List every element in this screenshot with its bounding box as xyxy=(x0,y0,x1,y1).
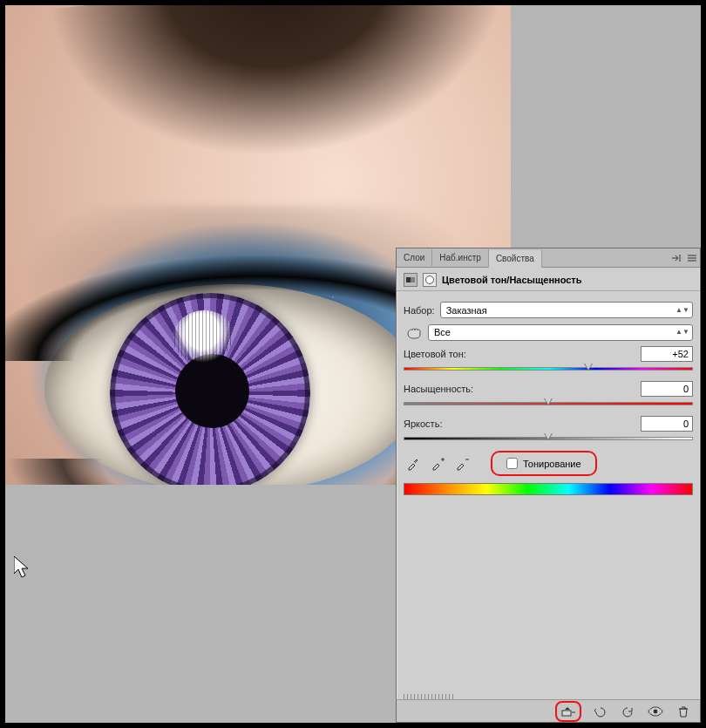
panel-menu-icon[interactable] xyxy=(684,250,700,266)
eyedropper-minus-icon[interactable] xyxy=(452,455,472,473)
lightness-slider[interactable] xyxy=(404,433,693,444)
svg-rect-2 xyxy=(406,277,411,282)
visibility-icon[interactable] xyxy=(646,703,665,720)
updown-icon: ▲▼ xyxy=(678,308,687,313)
saturation-value[interactable] xyxy=(641,381,693,397)
colorize-label: Тонирование xyxy=(523,459,581,469)
tab-layers[interactable]: Слои xyxy=(397,249,432,266)
reset-icon[interactable] xyxy=(618,703,637,720)
panel-title: Цветовой тон/Насыщенность xyxy=(442,275,582,285)
color-range-strip[interactable] xyxy=(404,483,693,495)
clip-callout xyxy=(555,701,581,722)
preset-value: Заказная xyxy=(446,305,487,316)
workspace-empty-area xyxy=(511,5,701,248)
channel-value: Все xyxy=(434,327,451,337)
updown-icon: ▲▼ xyxy=(678,330,687,335)
colorize-callout: Тонирование xyxy=(491,451,597,476)
eyedropper-icon[interactable] xyxy=(404,455,423,473)
tab-properties[interactable]: Свойства xyxy=(489,250,542,268)
svg-rect-4 xyxy=(562,711,571,716)
eyedropper-plus-icon[interactable] xyxy=(428,455,447,473)
mask-icon[interactable] xyxy=(423,273,437,287)
hue-value[interactable] xyxy=(641,346,693,362)
tab-tool-presets[interactable]: Наб.инстр xyxy=(432,249,489,266)
colorize-checkbox[interactable]: Тонирование xyxy=(499,454,588,473)
hue-label: Цветовой тон: xyxy=(404,349,466,359)
clip-to-layer-icon[interactable] xyxy=(559,703,578,720)
saturation-slider[interactable] xyxy=(404,398,693,409)
hand-scrubby-icon[interactable] xyxy=(404,323,423,341)
collapse-icon[interactable] xyxy=(669,250,684,266)
hue-slider[interactable] xyxy=(404,364,693,374)
svg-point-5 xyxy=(654,709,658,713)
previous-state-icon[interactable] xyxy=(590,703,609,720)
colorize-input[interactable] xyxy=(506,458,518,469)
lightness-label: Яркость: xyxy=(404,418,442,429)
channel-select[interactable]: Все ▲▼ xyxy=(428,324,693,341)
preset-label: Набор: xyxy=(404,305,435,316)
saturation-label: Насыщенность: xyxy=(404,384,473,394)
preset-select[interactable]: Заказная ▲▼ xyxy=(440,302,693,318)
properties-panel: Слои Наб.инстр Свойства Цветовой тон xyxy=(396,248,701,723)
lightness-value[interactable] xyxy=(641,416,693,432)
trash-icon[interactable] xyxy=(674,703,693,720)
svg-point-3 xyxy=(426,276,434,284)
adjustment-icon[interactable] xyxy=(404,273,417,287)
